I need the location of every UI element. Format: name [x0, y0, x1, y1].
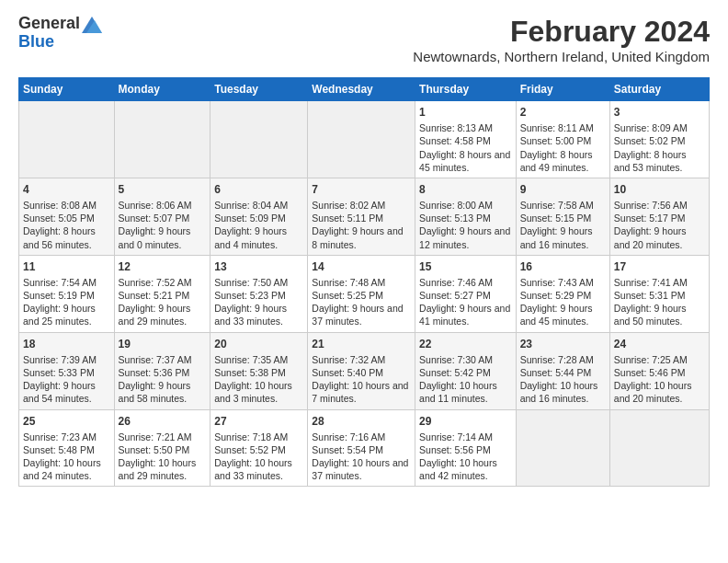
- calendar-week-3: 11Sunrise: 7:54 AMSunset: 5:19 PMDayligh…: [19, 255, 710, 332]
- day-info: Sunrise: 7:48 AM: [312, 276, 411, 289]
- day-info: Daylight: 9 hours and 33 minutes.: [214, 302, 303, 327]
- day-info: Sunrise: 7:21 AM: [119, 431, 207, 443]
- day-info: Sunrise: 7:52 AM: [119, 276, 207, 289]
- day-number: 23: [520, 337, 606, 351]
- day-number: 17: [614, 259, 705, 274]
- logo-general: General: [18, 15, 80, 33]
- day-info: Daylight: 9 hours and 37 minutes.: [312, 302, 411, 327]
- day-info: Daylight: 9 hours and 29 minutes.: [119, 302, 207, 327]
- day-number: 26: [119, 414, 207, 429]
- day-info: Sunset: 5:44 PM: [520, 366, 606, 379]
- day-info: Daylight: 8 hours and 49 minutes.: [520, 148, 606, 174]
- main-title: February 2024: [413, 15, 710, 49]
- day-info: Sunrise: 7:32 AM: [312, 353, 411, 366]
- day-number: 15: [419, 259, 512, 274]
- day-info: Sunset: 5:11 PM: [312, 212, 411, 224]
- day-number: 7: [312, 182, 411, 197]
- calendar-cell: 1Sunrise: 8:13 AMSunset: 4:58 PMDaylight…: [415, 101, 517, 178]
- day-number: 10: [614, 182, 705, 197]
- day-info: Sunrise: 7:37 AM: [119, 353, 207, 366]
- day-info: Sunset: 5:36 PM: [119, 366, 207, 379]
- day-info: Sunrise: 7:41 AM: [614, 276, 705, 289]
- title-section: February 2024 Newtownards, Northern Irel…: [413, 15, 710, 72]
- day-info: Sunrise: 7:50 AM: [214, 276, 303, 289]
- calendar-cell: 28Sunrise: 7:16 AMSunset: 5:54 PMDayligh…: [308, 409, 415, 487]
- day-number: 21: [312, 337, 411, 351]
- day-info: Sunset: 5:33 PM: [23, 366, 110, 379]
- day-info: Sunset: 5:56 PM: [419, 443, 512, 456]
- day-info: Daylight: 8 hours and 56 minutes.: [23, 224, 110, 250]
- calendar-cell: [609, 409, 709, 487]
- calendar-cell: 7Sunrise: 8:02 AMSunset: 5:11 PMDaylight…: [308, 178, 415, 255]
- calendar-cell: 18Sunrise: 7:39 AMSunset: 5:33 PMDayligh…: [19, 332, 115, 409]
- day-info: Sunset: 5:52 PM: [214, 443, 303, 456]
- day-info: Daylight: 8 hours and 53 minutes.: [614, 148, 705, 174]
- day-info: Sunrise: 7:16 AM: [312, 431, 411, 443]
- day-info: Sunrise: 7:39 AM: [23, 353, 110, 366]
- day-info: Sunset: 5:54 PM: [312, 443, 411, 456]
- calendar-cell: 9Sunrise: 7:58 AMSunset: 5:15 PMDaylight…: [516, 178, 609, 255]
- logo: General Blue: [18, 15, 102, 52]
- header-saturday: Saturday: [609, 78, 709, 101]
- day-number: 6: [214, 182, 303, 197]
- day-info: Daylight: 10 hours and 33 minutes.: [214, 456, 303, 482]
- day-info: Sunrise: 8:11 AM: [520, 121, 606, 134]
- calendar-cell: 3Sunrise: 8:09 AMSunset: 5:02 PMDaylight…: [609, 101, 709, 178]
- day-info: Sunset: 5:40 PM: [312, 366, 411, 379]
- calendar-cell: 25Sunrise: 7:23 AMSunset: 5:48 PMDayligh…: [19, 409, 115, 487]
- calendar-cell: 29Sunrise: 7:14 AMSunset: 5:56 PMDayligh…: [415, 409, 517, 487]
- calendar-cell: 12Sunrise: 7:52 AMSunset: 5:21 PMDayligh…: [114, 255, 210, 332]
- calendar-cell: 8Sunrise: 8:00 AMSunset: 5:13 PMDaylight…: [415, 178, 517, 255]
- calendar-week-4: 18Sunrise: 7:39 AMSunset: 5:33 PMDayligh…: [19, 332, 710, 409]
- day-info: Sunrise: 8:04 AM: [214, 199, 303, 212]
- day-info: Sunset: 5:48 PM: [23, 443, 110, 456]
- day-number: 3: [614, 105, 705, 120]
- day-number: 4: [23, 182, 110, 197]
- day-number: 20: [214, 337, 303, 351]
- calendar-cell: 17Sunrise: 7:41 AMSunset: 5:31 PMDayligh…: [609, 255, 709, 332]
- day-number: 2: [520, 105, 606, 120]
- day-info: Sunset: 5:05 PM: [23, 212, 110, 224]
- calendar-cell: 15Sunrise: 7:46 AMSunset: 5:27 PMDayligh…: [415, 255, 517, 332]
- day-number: 16: [520, 259, 606, 274]
- day-info: Daylight: 10 hours and 7 minutes.: [312, 379, 411, 405]
- day-info: Daylight: 9 hours and 8 minutes.: [312, 224, 411, 250]
- day-info: Sunrise: 8:13 AM: [419, 121, 512, 134]
- day-info: Sunrise: 7:23 AM: [23, 431, 110, 443]
- day-info: Sunset: 5:02 PM: [614, 134, 705, 147]
- calendar-header-row: SundayMondayTuesdayWednesdayThursdayFrid…: [19, 78, 710, 101]
- day-number: 25: [23, 414, 110, 429]
- day-info: Sunrise: 8:09 AM: [614, 121, 705, 134]
- calendar-cell: [516, 409, 609, 487]
- day-info: Sunrise: 7:58 AM: [520, 199, 606, 212]
- day-info: Daylight: 9 hours and 12 minutes.: [419, 224, 512, 250]
- day-info: Daylight: 9 hours and 25 minutes.: [23, 302, 110, 327]
- day-info: Daylight: 8 hours and 45 minutes.: [419, 148, 512, 174]
- calendar-cell: 11Sunrise: 7:54 AMSunset: 5:19 PMDayligh…: [19, 255, 115, 332]
- day-info: Sunrise: 7:35 AM: [214, 353, 303, 366]
- day-number: 29: [419, 414, 512, 429]
- day-number: 18: [23, 337, 110, 351]
- day-info: Sunset: 5:31 PM: [614, 289, 705, 302]
- calendar-table: SundayMondayTuesdayWednesdayThursdayFrid…: [18, 77, 710, 487]
- day-info: Daylight: 10 hours and 42 minutes.: [419, 456, 512, 482]
- day-info: Sunset: 5:50 PM: [119, 443, 207, 456]
- day-info: Sunset: 5:21 PM: [119, 289, 207, 302]
- calendar-cell: 16Sunrise: 7:43 AMSunset: 5:29 PMDayligh…: [516, 255, 609, 332]
- subtitle: Newtownards, Northern Ireland, United Ki…: [413, 49, 710, 64]
- day-info: Sunset: 5:15 PM: [520, 212, 606, 224]
- day-number: 27: [214, 414, 303, 429]
- day-number: 8: [419, 182, 512, 197]
- day-info: Daylight: 10 hours and 11 minutes.: [419, 379, 512, 405]
- day-number: 24: [614, 337, 705, 351]
- day-number: 1: [419, 105, 512, 120]
- day-info: Sunrise: 7:54 AM: [23, 276, 110, 289]
- day-number: 22: [419, 337, 512, 351]
- day-info: Daylight: 9 hours and 4 minutes.: [214, 224, 303, 250]
- day-info: Sunrise: 8:06 AM: [119, 199, 207, 212]
- day-info: Daylight: 9 hours and 54 minutes.: [23, 379, 110, 405]
- calendar-week-1: 1Sunrise: 8:13 AMSunset: 4:58 PMDaylight…: [19, 101, 710, 178]
- calendar-cell: [114, 101, 210, 178]
- day-info: Sunset: 5:46 PM: [614, 366, 705, 379]
- day-info: Daylight: 9 hours and 58 minutes.: [119, 379, 207, 405]
